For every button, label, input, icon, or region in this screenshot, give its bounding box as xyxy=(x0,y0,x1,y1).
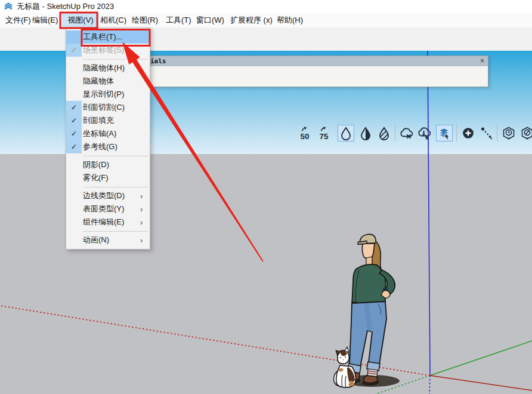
toolbar-separator xyxy=(497,125,497,141)
menu-item-fog[interactable]: 雾化(F) xyxy=(66,171,150,184)
droplet-outline-button[interactable] xyxy=(339,126,353,140)
menu-item-section-cuts[interactable]: ✓ 剖面切割(C) xyxy=(66,101,150,114)
sketchup-window: 无标题 - SketchUp Pro 2023 文件(F) 编辑(E) 视图(V… xyxy=(0,0,532,394)
dashed-line-button[interactable] xyxy=(480,126,494,140)
circle-plus-button[interactable] xyxy=(461,126,475,140)
opacity-75-label: 75 xyxy=(320,132,329,141)
check-slot xyxy=(66,61,82,75)
menu-file[interactable]: 文件(F) xyxy=(3,13,33,27)
menu-tools[interactable]: 工具(T) xyxy=(163,13,194,27)
opacity-50-label: 50 xyxy=(301,132,310,141)
title-bar: 无标题 - SketchUp Pro 2023 xyxy=(0,0,532,13)
menu-item-hidden-geometry[interactable]: 隐藏物体(H) xyxy=(66,61,150,75)
cloud-remove-button[interactable] xyxy=(399,126,413,140)
window-title: 无标题 - SketchUp Pro 2023 xyxy=(17,1,114,12)
check-slot xyxy=(66,171,82,184)
materials-toolbar-titlebar[interactable]: ials × xyxy=(149,56,488,66)
materials-toolbar-title: ials xyxy=(150,57,166,65)
opacity-50-button[interactable]: 50 xyxy=(299,126,314,140)
check-slot xyxy=(66,216,82,229)
check-icon: ✓ xyxy=(71,46,77,54)
submenu-arrow-icon: › xyxy=(140,236,150,245)
close-icon[interactable]: × xyxy=(478,57,487,66)
sketchup-logo-icon xyxy=(4,2,13,11)
menu-item-scene-tabs[interactable]: ✓ 场景标签(S) xyxy=(66,44,150,57)
axis-red-solid xyxy=(430,375,532,390)
droplet-half-button[interactable] xyxy=(358,126,373,140)
check-slot xyxy=(66,202,82,216)
menu-view[interactable]: 视图(V) xyxy=(62,13,99,27)
check-slot xyxy=(66,158,82,171)
menu-item-axes[interactable]: ✓ 坐标轴(A) xyxy=(66,127,150,140)
materials-toolbar[interactable]: ials × 50 75 xyxy=(148,56,488,87)
toolbar-separator xyxy=(456,125,457,141)
layers-pick-button[interactable] xyxy=(437,126,451,140)
check-slot xyxy=(66,75,82,88)
menu-item-guides[interactable]: ✓ 参考线(G) xyxy=(66,140,150,153)
check-icon: ✓ xyxy=(71,116,77,125)
menu-item-face-style[interactable]: 表面类型(Y) › xyxy=(66,202,150,216)
menu-separator xyxy=(83,187,149,187)
check-slot xyxy=(66,30,82,44)
check-slot: ✓ xyxy=(66,140,82,153)
axis-blue-solid xyxy=(428,51,430,375)
menu-camera[interactable]: 相机(C) xyxy=(98,13,129,27)
hex-history-button[interactable] xyxy=(502,126,516,140)
menu-item-component-edit[interactable]: 组件编辑(E) › xyxy=(66,216,150,229)
submenu-arrow-icon: › xyxy=(140,205,150,214)
check-icon: ✓ xyxy=(71,143,77,151)
submenu-arrow-icon: › xyxy=(140,192,150,201)
menu-separator xyxy=(83,156,149,156)
check-slot xyxy=(66,88,82,101)
toolbar-separator xyxy=(395,125,395,141)
menu-separator xyxy=(83,231,149,232)
check-slot: ✓ xyxy=(66,101,82,114)
axis-green-solid xyxy=(430,341,532,375)
menu-extensions[interactable]: 扩展程序 (x) xyxy=(228,13,275,27)
scale-figure-person-cat[interactable] xyxy=(333,232,410,393)
menu-window[interactable]: 窗口(W) xyxy=(194,13,227,27)
check-icon: ✓ xyxy=(71,103,77,112)
menu-separator xyxy=(83,59,149,60)
person xyxy=(345,234,395,385)
menu-edit[interactable]: 编辑(E) xyxy=(30,13,60,27)
menu-item-shadows[interactable]: 阴影(D) xyxy=(66,158,150,171)
check-slot: ✓ xyxy=(66,44,82,57)
hex-none-button[interactable] xyxy=(520,126,532,140)
menu-help[interactable]: 帮助(H) xyxy=(274,13,305,27)
check-slot xyxy=(66,189,82,202)
menu-item-edge-style[interactable]: 边线类型(D) › xyxy=(66,189,150,202)
droplet-hatched-button[interactable] xyxy=(377,126,391,140)
menu-draw[interactable]: 绘图(R) xyxy=(129,13,160,27)
axis-blue-dotted xyxy=(429,375,430,394)
menu-item-section-fill[interactable]: ✓ 剖面填充 xyxy=(66,114,150,127)
check-icon: ✓ xyxy=(71,130,77,138)
menu-item-section-planes[interactable]: 显示剖切(P) xyxy=(66,88,150,101)
cloud-download-pick-button[interactable] xyxy=(417,126,431,140)
view-menu-dropdown: 工具栏(T)... ✓ 场景标签(S) 隐藏物体(H) 隐藏物体 显示剖切(P)… xyxy=(66,27,150,250)
menu-item-animation[interactable]: 动画(N) › xyxy=(66,233,150,247)
check-slot: ✓ xyxy=(66,127,82,140)
menu-item-toolbars[interactable]: 工具栏(T)... xyxy=(66,30,150,44)
submenu-arrow-icon: › xyxy=(140,218,150,227)
check-slot: ✓ xyxy=(66,114,82,127)
menu-bar: 文件(F) 编辑(E) 视图(V) 相机(C) 绘图(R) 工具(T) 窗口(W… xyxy=(0,13,532,27)
check-slot xyxy=(66,233,82,247)
menu-item-hidden-objects[interactable]: 隐藏物体 xyxy=(66,75,150,88)
opacity-75-button[interactable]: 75 xyxy=(318,126,333,140)
